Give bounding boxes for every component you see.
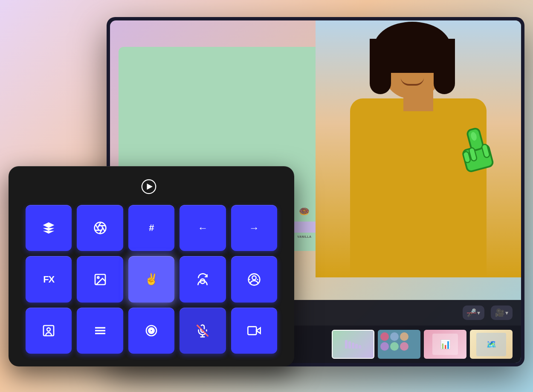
camera-control-group: 🎥 ▾: [491, 306, 513, 320]
camera-chevron[interactable]: ▾: [505, 309, 508, 316]
stream-deck-logo: [141, 179, 156, 194]
thumbs-up-svg: [449, 122, 504, 178]
sd-button-5[interactable]: →: [231, 205, 277, 251]
thumb-people: [378, 330, 420, 353]
hash-text: #: [149, 222, 154, 233]
sd-button-7[interactable]: [77, 256, 123, 302]
person-hair-right: [434, 39, 455, 94]
svg-marker-36: [256, 328, 260, 333]
svg-point-26: [47, 328, 50, 331]
person-face: [382, 30, 442, 98]
mic-muted-icon[interactable]: 🎤: [467, 308, 476, 317]
bar-vanilla-fill: [290, 222, 319, 233]
image-icon: [93, 273, 107, 286]
user-circle-icon: [247, 273, 261, 286]
svg-rect-37: [248, 327, 256, 335]
sd-button-3[interactable]: #: [128, 205, 174, 251]
rotate-user-icon: [196, 273, 209, 286]
person-smile: [401, 77, 424, 86]
thumb-4-content: 🗺️: [476, 333, 506, 356]
sd-button-2[interactable]: [77, 205, 123, 251]
sd-button-fx[interactable]: FX: [26, 256, 72, 302]
target-icon: [145, 324, 158, 337]
thumbnail-2[interactable]: [378, 330, 420, 359]
sd-button-grid: # ← → FX ✌️: [26, 205, 277, 354]
camera-icon[interactable]: 🎥: [495, 308, 504, 317]
fx-text: FX: [43, 274, 54, 285]
cube-icon: [42, 221, 55, 235]
person-eye-left: [394, 54, 402, 61]
mic-off-icon: [196, 324, 209, 337]
arrow-left-icon: ←: [197, 223, 208, 233]
menu-lines-icon: [93, 324, 107, 337]
mic-control-group: 🎤 ▾: [463, 306, 484, 320]
person-hair-left: [370, 39, 391, 94]
title-bar: [0, 0, 533, 14]
sd-button-13[interactable]: [128, 308, 174, 354]
sd-button-10[interactable]: [231, 256, 277, 302]
thumbnail-1[interactable]: [332, 330, 374, 359]
bar-vanilla: 🍩 VANILLA: [290, 204, 319, 238]
svg-marker-12: [147, 184, 153, 190]
thumb-chart: [343, 338, 363, 350]
donut-vanilla: 🍩: [297, 204, 312, 219]
sd-button-11[interactable]: [26, 308, 72, 354]
svg-point-21: [97, 277, 99, 278]
sd-button-12[interactable]: [77, 308, 123, 354]
sd-button-1[interactable]: [26, 205, 72, 251]
svg-point-32: [150, 329, 152, 331]
thumb-3-content: 📊: [432, 334, 458, 355]
thumbnail-3[interactable]: 📊: [424, 330, 466, 359]
sd-button-video[interactable]: [231, 308, 277, 354]
sd-button-peace[interactable]: ✌️: [128, 256, 174, 302]
bar-label-vanilla: VANILLA: [297, 235, 311, 238]
sd-button-mic-off[interactable]: [180, 308, 226, 354]
arrow-right-icon: →: [249, 223, 259, 233]
mic-chevron[interactable]: ▾: [477, 309, 480, 316]
aperture-icon: [93, 221, 107, 235]
peace-emoji: ✌️: [145, 273, 158, 286]
person-background: [316, 20, 521, 277]
svg-point-24: [252, 276, 256, 280]
person-eye-right: [423, 54, 430, 61]
stream-deck-header: [26, 179, 277, 194]
thumbs-up-sticker: [449, 122, 504, 179]
video-camera-icon: [247, 324, 261, 337]
sd-button-9[interactable]: [180, 256, 226, 302]
thumbnail-4[interactable]: 🗺️: [470, 330, 513, 359]
person-area: [316, 20, 521, 277]
sd-button-4[interactable]: ←: [180, 205, 226, 251]
stream-deck-device: # ← → FX ✌️: [9, 166, 294, 366]
portrait-icon: [42, 324, 55, 337]
